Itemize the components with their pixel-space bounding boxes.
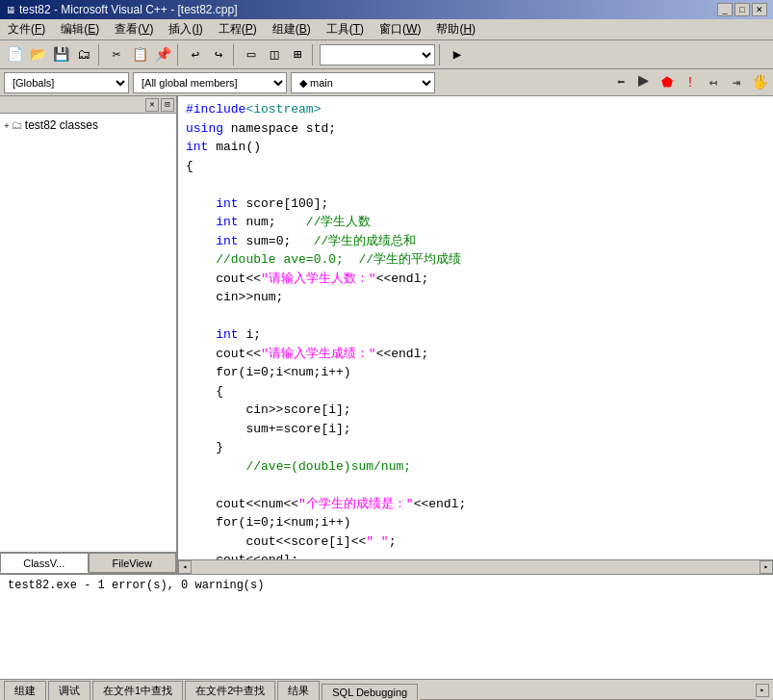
menu-insert[interactable]: 插入(I) bbox=[161, 19, 210, 39]
window-title: test82 - Microsoft Visual C++ - [test82.… bbox=[19, 3, 238, 16]
sidebar-tab-fileview[interactable]: FileView bbox=[89, 553, 177, 573]
hscrollbar: ◂ ▸ bbox=[178, 559, 773, 573]
main-toolbar: 📄 📂 💾 🗂 ✂ 📋 📌 ↩ ↪ ▭ ◫ ⊞ ▶ bbox=[0, 40, 773, 69]
sidebar-close-btn[interactable]: ✕ bbox=[145, 98, 159, 112]
tab-find1[interactable]: 在文件1中查找 bbox=[92, 681, 183, 700]
maximize-button[interactable]: □ bbox=[734, 3, 750, 16]
sidebar-tabs: ClassV... FileView bbox=[0, 552, 176, 573]
menu-file[interactable]: 文件(F) bbox=[0, 19, 53, 39]
forward-button[interactable]: ⯈ bbox=[634, 73, 654, 92]
save-button[interactable]: 💾 bbox=[50, 44, 71, 65]
menu-build[interactable]: 组建(B) bbox=[265, 19, 319, 39]
back-button[interactable]: ⬅ bbox=[611, 73, 631, 92]
sidebar-tab-classview[interactable]: ClassV... bbox=[0, 553, 89, 573]
expand-icon: + bbox=[4, 120, 10, 131]
sidebar-tree-item[interactable]: + 🗂 test82 classes bbox=[4, 117, 172, 133]
breakpoint-button[interactable]: ⬟ bbox=[657, 73, 677, 92]
tabs-scroll-right[interactable]: ▸ bbox=[756, 684, 769, 697]
class-dropdown[interactable]: [Globals] bbox=[4, 72, 129, 93]
main-area: ✕ ⊡ + 🗂 test82 classes ClassV... FileVie… bbox=[0, 96, 773, 573]
classview-tab-label: ClassV... bbox=[23, 557, 64, 569]
close-button[interactable]: ✕ bbox=[752, 3, 767, 16]
output-text: test82.exe - 1 error(s), 0 warning(s) bbox=[8, 579, 765, 592]
bottom-tabs: 组建 调试 在文件1中查找 在文件2中查找 结果 SQL Debugging ▸ bbox=[0, 679, 773, 700]
paste-button[interactable]: 📌 bbox=[152, 44, 173, 65]
function-dropdown[interactable]: ◆ main bbox=[291, 72, 435, 93]
menu-bar: 文件(F) 编辑(E) 查看(V) 插入(I) 工程(P) 组建(B) 工具(T… bbox=[0, 19, 773, 40]
separator4 bbox=[312, 44, 316, 65]
undo-button[interactable]: ↩ bbox=[185, 44, 206, 65]
open-button[interactable]: 📂 bbox=[27, 44, 48, 65]
run-button[interactable]: ▶ bbox=[447, 44, 468, 65]
sidebar-toolbar: ✕ ⊡ bbox=[0, 96, 176, 114]
app-icon: 🖥 bbox=[6, 5, 15, 15]
title-bar: 🖥 test82 - Microsoft Visual C++ - [test8… bbox=[0, 0, 773, 19]
tb5[interactable]: ⊞ bbox=[287, 44, 308, 65]
sidebar-item-label: test82 classes bbox=[25, 118, 98, 132]
scroll-left-btn[interactable]: ◂ bbox=[178, 560, 192, 574]
nav-left[interactable]: ↤ bbox=[704, 73, 723, 92]
tab-build[interactable]: 组建 bbox=[4, 681, 46, 700]
scroll-track[interactable] bbox=[192, 560, 760, 574]
tab-debug[interactable]: 调试 bbox=[48, 681, 90, 700]
separator1 bbox=[98, 44, 102, 65]
tab-find2[interactable]: 在文件2中查找 bbox=[185, 681, 275, 700]
menu-tools[interactable]: 工具(T) bbox=[319, 19, 372, 39]
menu-view[interactable]: 查看(V) bbox=[107, 19, 161, 39]
tb4[interactable]: ◫ bbox=[264, 44, 285, 65]
config-dropdown[interactable] bbox=[320, 44, 435, 65]
fileview-tab-label: FileView bbox=[113, 557, 152, 569]
menu-edit[interactable]: 编辑(E) bbox=[53, 19, 107, 39]
tb3[interactable]: ▭ bbox=[241, 44, 262, 65]
save-all-button[interactable]: 🗂 bbox=[73, 44, 94, 65]
code-editor[interactable]: #include<iostream> using namespace std; … bbox=[178, 96, 773, 559]
tab-result[interactable]: 结果 bbox=[277, 681, 320, 700]
member-dropdown[interactable]: [All global members] bbox=[133, 72, 287, 93]
folder-icon: 🗂 bbox=[12, 118, 23, 132]
separator2 bbox=[177, 44, 181, 65]
menu-help[interactable]: 帮助(H) bbox=[428, 19, 483, 39]
scroll-right-btn[interactable]: ▸ bbox=[760, 560, 773, 574]
new-button[interactable]: 📄 bbox=[4, 44, 25, 65]
title-bar-buttons: _ □ ✕ bbox=[717, 3, 767, 16]
separator3 bbox=[233, 44, 237, 65]
menu-window[interactable]: 窗口(W) bbox=[372, 19, 428, 39]
nav-toolbar: [Globals] [All global members] ◆ main ⬅ … bbox=[0, 69, 773, 96]
redo-button[interactable]: ↪ bbox=[208, 44, 229, 65]
menu-project[interactable]: 工程(P) bbox=[211, 19, 265, 39]
cut-button[interactable]: ✂ bbox=[106, 44, 127, 65]
nav-right[interactable]: ⇥ bbox=[727, 73, 746, 92]
sidebar-float-btn[interactable]: ⊡ bbox=[161, 98, 174, 112]
separator5 bbox=[439, 44, 443, 65]
minimize-button[interactable]: _ bbox=[717, 3, 733, 16]
error-button[interactable]: ! bbox=[681, 73, 700, 92]
hand-button[interactable]: 🖐 bbox=[750, 73, 769, 92]
output-area: test82.exe - 1 error(s), 0 warning(s) bbox=[0, 573, 773, 679]
tab-sql[interactable]: SQL Debugging bbox=[322, 684, 418, 700]
copy-button[interactable]: 📋 bbox=[129, 44, 150, 65]
sidebar-content: + 🗂 test82 classes bbox=[0, 114, 176, 552]
sidebar: ✕ ⊡ + 🗂 test82 classes ClassV... FileVie… bbox=[0, 96, 178, 573]
